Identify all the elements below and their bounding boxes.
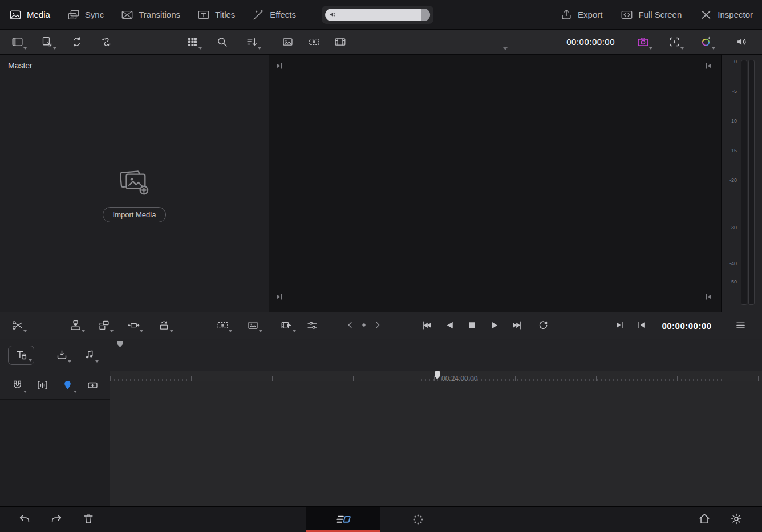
step-back-button[interactable] [343,315,358,335]
undo-button[interactable] [13,509,36,529]
grid-view-icon [187,36,198,48]
goto-last-icon [511,319,523,331]
import-media-button[interactable] [35,32,58,52]
sort-button[interactable] [240,32,263,52]
filmstrip-view-icon [334,36,346,48]
relink-button[interactable] [95,32,117,52]
tab-sync[interactable]: Sync [67,9,104,21]
tab-titles[interactable]: Titles [197,9,235,21]
snapping-magnet-button[interactable] [6,375,29,396]
overview-playhead-line [120,347,120,369]
import-media-placeholder-icon [117,167,152,198]
jump-back-button[interactable] [630,315,653,335]
step-forward-icon [372,320,383,330]
goto-last-frame-button[interactable] [505,315,528,335]
tab-media[interactable]: Media [9,9,50,21]
timeline-timecode: 00:00:00:00 [657,312,716,339]
viewer-options-dropdown[interactable] [503,47,508,50]
source-overwrite-button[interactable] [92,315,115,335]
marker-button[interactable] [56,375,79,396]
inset-view-icon [247,319,259,331]
search-button[interactable] [210,32,233,52]
jump-back-icon[interactable] [704,293,713,301]
timeline-tracks[interactable] [110,381,762,506]
tab-effects[interactable]: Effects [252,9,296,21]
loop-icon [537,319,549,331]
filmstrip-view-button[interactable] [329,32,351,52]
inspector-button[interactable]: Inspector [700,9,753,21]
insert-clip-icon [56,349,68,361]
audio-monitor-button[interactable] [730,32,753,52]
timeline-tools-row-2 [0,371,110,400]
play-button[interactable] [483,315,505,335]
transport-bar: 00:00:00:00 [0,312,762,339]
tools-button[interactable] [301,315,323,335]
jump-back-icon[interactable] [704,62,713,70]
meter-scale-label: -50 [722,279,737,285]
replace-clip-button[interactable] [152,315,175,335]
timeline-playhead[interactable] [437,371,437,506]
home-button[interactable] [693,509,716,529]
insert-audio-button[interactable] [78,345,100,366]
volume-slider[interactable] [325,9,430,21]
stop-button[interactable] [460,315,483,335]
tab-transitions[interactable]: Transitions [121,9,180,21]
inset-view-button[interactable] [241,315,264,335]
timeline-overview-strip[interactable] [110,339,762,371]
audio-meter-left [741,60,747,305]
delete-button[interactable] [77,509,100,529]
resync-button[interactable] [65,32,88,52]
redo-button[interactable] [45,509,68,529]
panel-toggle-icon [11,36,23,48]
track-tools-button[interactable] [8,346,34,365]
page-cut-button[interactable] [306,507,380,532]
add-marker-button[interactable] [81,375,104,396]
grid-view-button[interactable] [181,32,204,52]
meter-scale-label: -40 [722,261,737,266]
page-color-button[interactable] [380,507,455,532]
audio-monitor-icon [736,36,748,48]
place-on-top-button[interactable] [64,315,87,335]
meter-scale-label: -10 [722,118,737,124]
media-pool: Master Import Media [0,55,269,312]
insert-clip-button[interactable] [50,345,73,366]
relink-icon [100,36,112,48]
play-reverse-button[interactable] [438,315,461,335]
gear-icon [730,513,743,525]
export-button[interactable]: Export [560,9,602,21]
meter-scale-label: -5 [722,88,737,94]
overview-playhead[interactable] [117,341,123,369]
browser-toolbar: 00:00:00:00 [0,30,762,55]
step-forward-button[interactable] [370,315,385,335]
color-boost-button[interactable] [694,32,717,52]
split-clip-button[interactable] [6,315,29,335]
stabilize-icon [668,36,680,48]
jump-back-icon [637,320,647,330]
panel-toggle-button[interactable] [6,32,29,52]
ripple-overwrite-button[interactable] [122,315,145,335]
settings-button[interactable] [725,509,748,529]
dual-view-button[interactable] [211,315,234,335]
jump-forward-icon[interactable] [275,62,283,70]
goto-first-frame-button[interactable] [415,315,438,335]
timeline-options-menu-button[interactable] [729,315,752,335]
camera-button[interactable] [631,32,654,52]
fast-review-button[interactable] [275,315,298,335]
strip-view-button[interactable] [302,32,325,52]
record-button[interactable] [356,315,371,335]
jump-forward-icon[interactable] [275,293,283,301]
transitions-icon [121,9,133,21]
viewer [269,55,721,312]
import-media-cta-button[interactable]: Import Media [103,207,167,222]
thumbnail-view-button[interactable] [276,32,299,52]
resync-icon [71,36,83,48]
fullscreen-button[interactable]: Full Screen [621,9,682,21]
menu-icon [735,319,747,331]
stabilize-button[interactable] [663,32,686,52]
davinci-cut-page: Media Sync Transitions Titles Effects E [0,0,762,532]
loop-button[interactable] [532,315,554,335]
audio-trim-button[interactable] [31,375,54,396]
bin-name: Master [8,61,33,70]
snapping-magnet-icon [11,379,23,391]
jump-forward-button[interactable] [608,315,631,335]
